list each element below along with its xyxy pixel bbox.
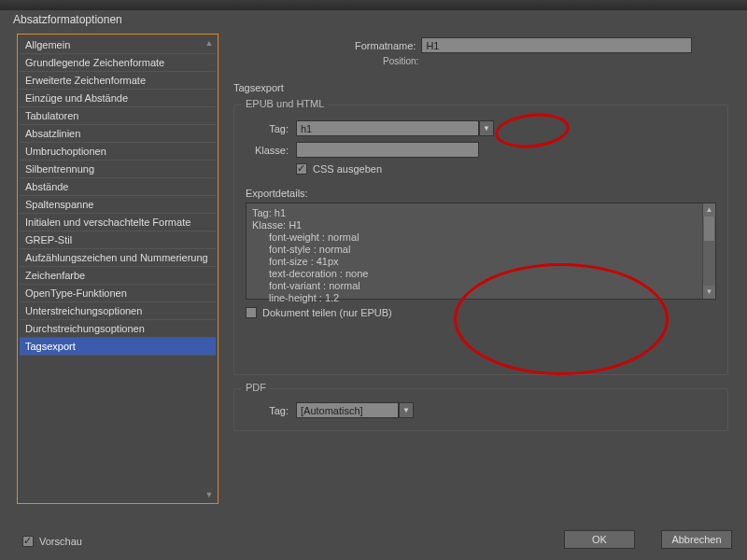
detail-line: font-variant : normal [252,280,710,292]
sidebar-item[interactable]: Spaltenspanne [20,196,216,214]
detail-line: line-height : 1.2 [252,292,710,304]
epub-html-group: EPUB und HTML Tag: ▼ Klasse: CSS ausgebe… [233,105,728,375]
preview-checkbox[interactable] [22,536,34,547]
sidebar-item[interactable]: Tabulatoren [20,107,216,125]
sidebar-item[interactable]: Unterstreichungsoptionen [20,302,216,320]
section-title: Tagsexport [233,82,284,93]
ok-button[interactable]: OK [564,530,635,549]
scrollbar-up-icon[interactable]: ▲ [703,203,715,217]
formatname-input[interactable] [421,37,692,53]
scrollbar-down-icon[interactable]: ▼ [703,286,715,299]
sidebar-scroll-down[interactable]: ▼ [204,490,214,499]
category-sidebar: ▲ AllgemeinGrundlegende ZeichenformateEr… [17,34,218,504]
epub-klasse-input[interactable] [296,142,479,158]
sidebar-item[interactable]: Durchstreichungsoptionen [20,320,216,338]
detail-line: Klasse: H1 [252,219,710,231]
detail-line: text-decoration : none [252,268,710,280]
window-title: Absatzformatoptionen [13,13,122,26]
pdf-tag-input[interactable] [296,402,399,418]
cancel-button[interactable]: Abbrechen [661,530,732,549]
sidebar-item[interactable]: GREP-Stil [20,231,216,249]
sidebar-item[interactable]: Aufzählungszeichen und Nummerierung [20,249,216,267]
formatname-label: Formatname: [355,40,416,51]
pdf-tag-label: Tag: [246,405,289,416]
sidebar-item[interactable]: Allgemein [20,36,216,54]
sidebar-item[interactable]: Umbruchoptionen [20,143,216,161]
epub-tag-dropdown-button[interactable]: ▼ [479,120,494,136]
sidebar-scroll-up[interactable]: ▲ [204,38,214,48]
epub-tag-input[interactable] [296,120,479,136]
epub-legend: EPUB und HTML [242,98,328,109]
sidebar-item[interactable]: OpenType-Funktionen [20,285,216,302]
document-split-label: Dokument teilen (nur EPUB) [262,307,392,318]
pdf-legend: PDF [242,382,270,393]
css-output-label: CSS ausgeben [313,163,382,175]
detail-line: Tag: h1 [252,207,710,219]
sidebar-item[interactable]: Grundlegende Zeichenformate [20,54,216,72]
detail-line: font-style : normal [252,244,710,256]
epub-tag-label: Tag: [246,123,289,134]
position-label: Position: [383,56,418,66]
exportdetails-label: Exportdetails: [246,188,716,199]
details-scrollbar[interactable]: ▲ ▼ [702,203,715,299]
epub-klasse-label: Klasse: [246,145,289,156]
detail-line: font-size : 41px [252,256,710,268]
css-output-checkbox[interactable] [296,163,307,175]
document-split-checkbox[interactable] [246,307,257,318]
sidebar-item[interactable]: Zeichenfarbe [20,267,216,285]
preview-label: Vorschau [39,536,82,547]
scrollbar-thumb[interactable] [704,217,714,241]
pdf-group: PDF Tag: ▼ [233,388,728,431]
sidebar-item[interactable]: Einzüge und Abstände [20,90,216,107]
sidebar-item[interactable]: Erweiterte Zeichenformate [20,72,216,90]
sidebar-item[interactable]: Absatzlinien [20,125,216,143]
sidebar-item[interactable]: Silbentrennung [20,161,216,178]
sidebar-item[interactable]: Tagsexport [20,338,216,356]
detail-line: font-weight : normal [252,231,710,244]
sidebar-item[interactable]: Initialen und verschachtelte Formate [20,214,216,231]
pdf-tag-dropdown-button[interactable]: ▼ [399,402,414,418]
exportdetails-box: Tag: h1 Klasse: H1 font-weight : normal … [246,203,716,300]
sidebar-item[interactable]: Abstände [20,178,216,196]
